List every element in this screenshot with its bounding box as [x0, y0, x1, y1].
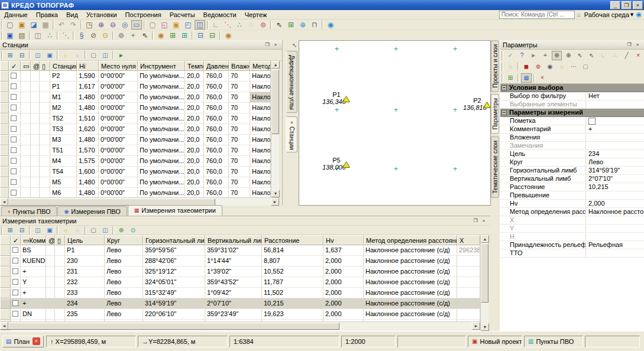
hi-cell[interactable]: 1,510 [77, 113, 99, 124]
pressure-cell[interactable]: 760,0 [204, 145, 229, 156]
method-cell[interactable]: Наклонное [250, 177, 271, 188]
paste-icon[interactable]: ▣ [44, 226, 55, 235]
row-header[interactable] [0, 167, 9, 177]
row-header[interactable] [0, 92, 9, 103]
scroll-down-button[interactable]: ▼ [481, 323, 489, 331]
save-icon[interactable]: ▦ [40, 20, 51, 30]
layer-view-icon[interactable]: ◰ [183, 20, 193, 30]
tacheometry-horizontal-scrollbar[interactable]: ◄ ► [0, 321, 480, 330]
survey-point[interactable]: P2 136,810 [467, 97, 488, 111]
clip-cell[interactable] [31, 156, 40, 167]
zero-cell[interactable]: 0°00'00" [99, 124, 138, 135]
property-row[interactable]: ТТО [500, 249, 644, 258]
property-value[interactable] [585, 249, 644, 257]
property-value[interactable]: Наклонное рассто... [585, 208, 644, 216]
x-cell[interactable] [457, 298, 480, 309]
comment-cell[interactable] [21, 145, 31, 156]
toolbar-separator[interactable] [85, 226, 86, 235]
hi-cell[interactable]: 1,480 [77, 103, 99, 113]
collapse-icon[interactable]: − [501, 85, 507, 90]
minimize-button[interactable]: _ [610, 1, 620, 9]
menu-item[interactable]: Данные [0, 11, 32, 19]
instrument-cell[interactable]: По умолчани... [138, 71, 185, 82]
map-canvas[interactable]: +++++++++ P1 136,340 P2 136,810 [299, 40, 491, 206]
row-checkbox[interactable] [9, 135, 21, 145]
temp-cell[interactable]: 20,0 [185, 124, 204, 135]
vlimb-cell[interactable]: 359°43'52" [205, 277, 262, 288]
hv-cell[interactable]: 2,000 [323, 256, 364, 266]
toolbar-separator[interactable] [85, 51, 86, 59]
scroll-right-button[interactable]: ► [271, 198, 279, 206]
pressure-cell[interactable]: 760,0 [204, 135, 229, 145]
collapse-icon[interactable] [500, 167, 509, 174]
bottom-tab[interactable]: ♦ Пункты ПВО [1, 206, 57, 216]
property-value[interactable] [585, 134, 644, 141]
snap-grid-icon[interactable]: ⊞ [286, 20, 296, 30]
station-column-header[interactable]: Станция [50, 61, 77, 71]
scroll-right-button[interactable]: ► [472, 322, 480, 330]
workspace-dropdown-icon[interactable]: ▾ [630, 11, 634, 18]
instrument-cell[interactable]: По умолчани... [138, 156, 185, 167]
projects-icon[interactable]: ▣ [5, 31, 15, 40]
pressure-column-header[interactable]: Давлен [204, 61, 229, 71]
hi-cell[interactable]: 1,590 [77, 71, 99, 82]
property-row[interactable]: Комментарий + [500, 125, 644, 134]
bulb-off-icon[interactable]: ☼ [72, 226, 83, 235]
station-cell[interactable]: M3 [50, 135, 77, 145]
method-cell[interactable]: Наклонное расстояние (с/д) [364, 245, 457, 256]
vlimb-column-header[interactable]: Вертикальный лимб [205, 235, 262, 245]
toolbar-separator[interactable] [53, 21, 54, 29]
property-row[interactable]: Принадлежность рельефу Рельефная [500, 241, 644, 249]
property-row[interactable]: Расстояние 10,215 [500, 183, 644, 191]
method-cell[interactable]: Наклонное расстояние (с/д) [364, 266, 457, 277]
row-checkbox[interactable] [11, 298, 21, 309]
distance-cell[interactable]: 10,215 [262, 298, 323, 309]
method-cell[interactable]: Наклонное расстояние (с/д) [364, 256, 457, 266]
float-panel-button[interactable]: ❐ [263, 41, 271, 48]
zero-cell[interactable]: 0°00'00" [99, 113, 138, 124]
scroll-left-button[interactable]: ◄ [0, 322, 8, 330]
comment-cell[interactable]: Y [21, 277, 46, 288]
comment-cell[interactable] [21, 124, 31, 135]
home-icon[interactable]: ⌂ [577, 11, 581, 18]
find-red-icon[interactable]: ⊚ [533, 62, 543, 72]
pressure-cell[interactable]: 760,0 [204, 124, 229, 135]
check-column-header[interactable]: ✓ [11, 235, 21, 245]
scroll-thumb[interactable] [8, 199, 215, 206]
command-search-input[interactable] [499, 11, 575, 19]
hlimb-cell[interactable]: 315°32'49" [143, 288, 205, 298]
menu-item[interactable]: Правка [32, 11, 62, 19]
close-panel-button[interactable]: × [271, 41, 280, 48]
hv-cell[interactable]: 2,000 [323, 298, 364, 309]
axis-icon[interactable]: ∟ [211, 20, 221, 30]
humidity-cell[interactable]: 70 [229, 113, 250, 124]
target-cell[interactable]: 230 [65, 256, 105, 266]
instrument-cell[interactable]: По умолчани... [138, 103, 185, 113]
collapse-icon[interactable] [500, 142, 509, 150]
undo-icon[interactable]: ↶ [56, 20, 67, 30]
float-panel-button[interactable]: ❐ [471, 217, 480, 225]
pick-point-icon[interactable]: ⇖ [140, 31, 150, 40]
property-value[interactable]: 2,000 [585, 200, 644, 207]
pressure-cell[interactable]: 760,0 [204, 167, 229, 177]
stop-icon[interactable]: ◼ [521, 62, 532, 72]
cursor-select-icon[interactable]: ⇖ [575, 51, 585, 60]
hlimb-cell[interactable]: 288°42'06" [143, 256, 205, 266]
marker-cell[interactable] [40, 188, 50, 197]
property-row[interactable]: Превышение [500, 191, 644, 200]
menu-item[interactable]: Чертеж [241, 11, 271, 19]
row-checkbox[interactable] [9, 82, 21, 92]
row-checkbox[interactable] [9, 156, 21, 167]
pressure-cell[interactable]: 760,0 [204, 188, 229, 197]
hi-cell[interactable]: 1,480 [77, 135, 99, 145]
row-checkbox[interactable] [11, 266, 21, 277]
select-region-icon[interactable]: ◌ [505, 62, 516, 72]
preview-icon[interactable]: ▢ [88, 226, 99, 235]
bulb-on-icon[interactable]: ☼ [60, 50, 71, 60]
toolbar-separator[interactable] [1, 51, 3, 59]
humidity-column-header[interactable]: Влажн [229, 61, 250, 71]
humidity-cell[interactable]: 70 [229, 103, 250, 113]
comment-cell[interactable] [21, 113, 31, 124]
distance-cell[interactable]: 56,814 [262, 245, 323, 256]
toolbar-separator[interactable] [1, 31, 3, 40]
